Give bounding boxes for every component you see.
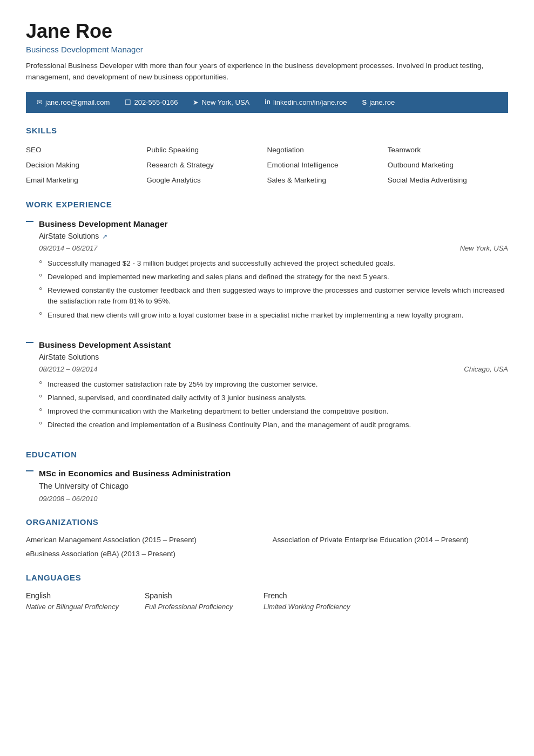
edu-left-bar — [26, 467, 39, 504]
job-bullet: Ensured that new clients will grow into … — [39, 310, 508, 321]
job-date: 08/2012 – 09/2014 — [39, 364, 97, 375]
org-item: Association of Private Enterprise Educat… — [273, 535, 509, 545]
job-bullets: Successfully managed $2 - 3 million budg… — [39, 258, 508, 321]
skill-item: Sales & Marketing — [267, 174, 388, 187]
skype-icon: S — [362, 97, 367, 108]
skill-item: Research & Strategy — [146, 159, 267, 172]
languages-title: LANGUAGES — [26, 572, 508, 585]
job-content: Business Development AssistantAirState S… — [39, 339, 508, 434]
lang-name: English — [26, 590, 145, 602]
job-bullet: Reviewed constantly the customer feedbac… — [39, 285, 508, 307]
job-company-row: AirState Solutions ↗ — [39, 231, 508, 242]
job-content: Business Development ManagerAirState Sol… — [39, 218, 508, 323]
skill-item: Email Marketing — [26, 174, 146, 187]
job-bullet: Improved the communication with the Mark… — [39, 406, 508, 417]
phone-icon: ☐ — [125, 97, 131, 108]
job-bullet: Increased the customer satisfaction rate… — [39, 379, 508, 390]
organizations-section: ORGANIZATIONS American Management Associ… — [26, 516, 508, 560]
candidate-summary: Professional Business Developer with mor… — [26, 60, 496, 83]
education-title: EDUCATION — [26, 449, 508, 462]
skill-item: Google Analytics — [146, 174, 267, 187]
job-left-bar — [26, 339, 39, 434]
edu-degree: MSc in Economics and Business Administra… — [39, 467, 508, 480]
job-date: 09/2014 – 06/2017 — [39, 243, 97, 254]
job-date-location: 08/2012 – 09/2014Chicago, USA — [39, 364, 508, 375]
candidate-title: Business Development Manager — [26, 44, 508, 56]
job-entry: Business Development AssistantAirState S… — [26, 339, 508, 434]
lang-level: Full Professional Proficiency — [145, 602, 263, 612]
job-left-bar — [26, 218, 39, 323]
organizations-content: American Management Association (2015 – … — [26, 535, 508, 560]
lang-item: SpanishFull Professional Proficiency — [145, 590, 263, 612]
skill-item: Public Speaking — [146, 144, 267, 157]
work-section: WORK EXPERIENCE Business Development Man… — [26, 199, 508, 433]
education-entry: MSc in Economics and Business Administra… — [26, 467, 508, 504]
languages-section: LANGUAGES EnglishNative or Bilingual Pro… — [26, 572, 508, 612]
job-location: New York, USA — [460, 243, 508, 254]
skill-item: Social Media Advertising — [388, 174, 508, 187]
resume-header: Jane Roe Business Development Manager Pr… — [26, 19, 508, 83]
work-title: WORK EXPERIENCE — [26, 199, 508, 212]
edu-content: MSc in Economics and Business Administra… — [39, 467, 508, 504]
skills-title: SKILLS — [26, 125, 508, 138]
edu-dash — [26, 470, 33, 471]
education-entries: MSc in Economics and Business Administra… — [26, 467, 508, 504]
org-item: American Management Association (2015 – … — [26, 535, 262, 545]
job-title: Business Development Manager — [39, 218, 508, 230]
lang-item: FrenchLimited Working Proficiency — [263, 590, 382, 612]
education-section: EDUCATION MSc in Economics and Business … — [26, 449, 508, 504]
lang-item: EnglishNative or Bilingual Proficiency — [26, 590, 145, 612]
lang-name: Spanish — [145, 590, 263, 602]
lang-level: Limited Working Proficiency — [263, 602, 382, 612]
job-company-row: AirState Solutions — [39, 352, 508, 363]
job-bullets: Increased the customer satisfaction rate… — [39, 379, 508, 431]
contact-skype: S jane.roe — [355, 97, 403, 108]
job-bullet: Directed the creation and implementation… — [39, 420, 508, 430]
job-entry: Business Development ManagerAirState Sol… — [26, 218, 508, 323]
contact-linkedin: in linkedin.com/in/jane.roe — [257, 97, 354, 108]
job-company: AirState Solutions — [39, 231, 99, 242]
org-grid: American Management Association (2015 – … — [26, 535, 508, 545]
location-icon: ➤ — [193, 97, 199, 108]
edu-school: The University of Chicago — [39, 481, 508, 492]
languages-grid: EnglishNative or Bilingual ProficiencySp… — [26, 590, 508, 612]
job-title: Business Development Assistant — [39, 339, 508, 351]
skill-item: Teamwork — [388, 144, 508, 157]
contact-email: ✉ jane.roe@gmail.com — [37, 97, 117, 108]
job-location: Chicago, USA — [464, 364, 508, 375]
skills-grid: SEOPublic SpeakingNegotiationTeamworkDec… — [26, 144, 508, 187]
job-dash — [26, 221, 33, 222]
contact-bar: ✉ jane.roe@gmail.com ☐ 202-555-0166 ➤ Ne… — [26, 92, 508, 113]
org-full-row: eBusiness Association (eBA) (2013 – Pres… — [26, 549, 508, 559]
edu-date: 09/2008 – 06/2010 — [39, 494, 508, 504]
job-bullet: Planned, supervised, and coordinated dai… — [39, 393, 508, 403]
skill-item: Emotional Intelligence — [267, 159, 388, 172]
job-company: AirState Solutions — [39, 352, 99, 363]
skills-section: SKILLS SEOPublic SpeakingNegotiationTeam… — [26, 125, 508, 187]
contact-phone: ☐ 202-555-0166 — [117, 97, 185, 108]
skill-item: Outbound Marketing — [388, 159, 508, 172]
skill-item: SEO — [26, 144, 146, 157]
organizations-title: ORGANIZATIONS — [26, 516, 508, 530]
email-icon: ✉ — [37, 97, 43, 108]
lang-name: French — [263, 590, 382, 602]
contact-location: ➤ New York, USA — [185, 97, 257, 108]
work-entries: Business Development ManagerAirState Sol… — [26, 218, 508, 434]
job-bullet: Successfully managed $2 - 3 million budg… — [39, 258, 508, 269]
skill-item: Negotiation — [267, 144, 388, 157]
external-link-icon: ↗ — [102, 232, 107, 241]
job-dash — [26, 342, 33, 343]
job-bullet: Developed and implemented new marketing … — [39, 272, 508, 282]
lang-level: Native or Bilingual Proficiency — [26, 602, 145, 612]
linkedin-icon: in — [265, 97, 271, 107]
job-date-location: 09/2014 – 06/2017New York, USA — [39, 243, 508, 254]
candidate-name: Jane Roe — [26, 19, 508, 43]
skill-item: Decision Making — [26, 159, 146, 172]
